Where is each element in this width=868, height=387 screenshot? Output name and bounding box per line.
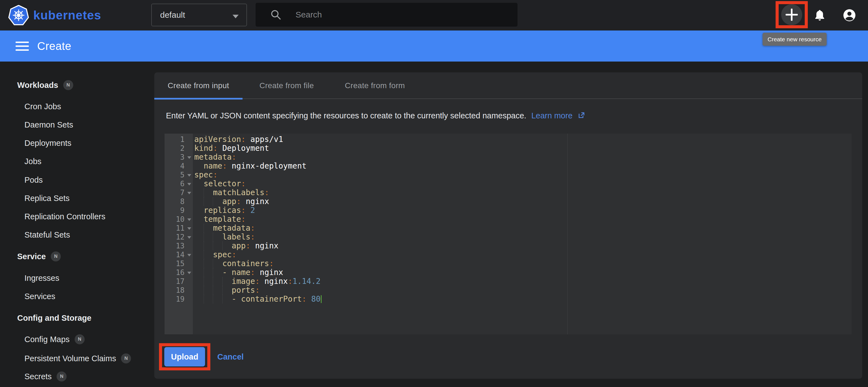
fold-arrow-icon[interactable] bbox=[187, 156, 191, 159]
sidebar-item-service[interactable]: ServiceN bbox=[17, 250, 61, 262]
line-number: 3 bbox=[164, 153, 193, 162]
code-line-13: 13 app: nginx bbox=[164, 242, 851, 250]
indent-guide bbox=[204, 233, 204, 242]
code-text: app: nginx bbox=[193, 197, 269, 206]
fold-arrow-icon[interactable] bbox=[187, 236, 191, 239]
sidebar-item-cron-jobs[interactable]: Cron Jobs bbox=[24, 100, 61, 112]
sidebar-item-ingresses[interactable]: Ingresses bbox=[24, 272, 59, 284]
search-input[interactable]: Search bbox=[255, 3, 518, 27]
code-text: template: bbox=[193, 215, 246, 224]
hamburger-icon bbox=[16, 42, 29, 43]
sidebar-item-daemon-sets[interactable]: Daemon Sets bbox=[24, 119, 73, 131]
code-line-18: 18 ports: bbox=[164, 286, 851, 295]
sidebar-item-stateful-sets[interactable]: Stateful Sets bbox=[24, 229, 70, 241]
line-number: 10 bbox=[164, 215, 193, 224]
fold-arrow-icon[interactable] bbox=[187, 218, 191, 221]
upload-button[interactable]: Upload bbox=[164, 347, 205, 366]
sidebar-item-label: Jobs bbox=[24, 157, 41, 166]
kubernetes-logo[interactable]: kubernetes bbox=[8, 0, 101, 31]
line-number: 17 bbox=[164, 277, 193, 286]
sidebar-item-label: Pods bbox=[24, 175, 43, 185]
code-text: spec: bbox=[193, 171, 218, 179]
learn-more-link[interactable]: Learn more bbox=[531, 111, 572, 120]
account-button[interactable] bbox=[842, 0, 857, 31]
code-text: labels: bbox=[193, 233, 255, 242]
fold-arrow-icon[interactable] bbox=[187, 254, 191, 256]
sidebar-item-deployments[interactable]: Deployments bbox=[24, 137, 71, 149]
code-text: - containerPort: 80 bbox=[193, 295, 321, 304]
code-text: containers: bbox=[193, 259, 274, 268]
code-line-9: 9 replicas: 2 bbox=[164, 206, 851, 215]
kubernetes-wheel-icon bbox=[8, 5, 29, 26]
line-number: 15 bbox=[164, 259, 193, 268]
sidebar-item-label: Replication Controllers bbox=[24, 212, 105, 221]
code-text: metadata: bbox=[193, 224, 255, 233]
cancel-button[interactable]: Cancel bbox=[217, 352, 244, 362]
sidebar-item-services[interactable]: Services bbox=[24, 290, 55, 303]
tab-bar: Create from inputCreate from fileCreate … bbox=[154, 72, 862, 99]
logo-wordmark: kubernetes bbox=[33, 8, 101, 22]
code-line-5: 5spec: bbox=[164, 171, 851, 179]
tab-create-from-file[interactable]: Create from file bbox=[243, 72, 331, 99]
tab-create-from-input[interactable]: Create from input bbox=[154, 72, 243, 99]
line-number: 2 bbox=[164, 144, 193, 153]
namespace-value: default bbox=[160, 10, 185, 20]
code-line-8: 8 app: nginx bbox=[164, 197, 851, 206]
indent-guide bbox=[204, 277, 204, 286]
indent-guide bbox=[204, 242, 204, 250]
code-line-15: 15 containers: bbox=[164, 259, 851, 268]
line-number: 12 bbox=[164, 233, 193, 242]
line-number: 5 bbox=[164, 171, 193, 179]
line-number: 14 bbox=[164, 250, 193, 259]
fold-arrow-icon[interactable] bbox=[187, 272, 191, 274]
code-text: replicas: 2 bbox=[193, 206, 255, 215]
sidebar-item-jobs[interactable]: Jobs bbox=[24, 155, 41, 168]
sidebar-item-replication-controllers[interactable]: Replication Controllers bbox=[24, 210, 105, 222]
editor-description: Enter YAML or JSON content specifying th… bbox=[166, 111, 585, 120]
code-text: metadata: bbox=[193, 153, 237, 162]
fold-arrow-icon[interactable] bbox=[187, 227, 191, 230]
sidebar-item-label: Replica Sets bbox=[24, 194, 70, 203]
namespace-selector[interactable]: default bbox=[151, 4, 247, 26]
code-text: image: nginx:1.14.2 bbox=[193, 277, 320, 286]
sidebar-item-config-and-storage[interactable]: Config and Storage bbox=[17, 312, 91, 324]
create-new-resource-button[interactable] bbox=[781, 4, 802, 25]
sidebar-item-label: Config Maps bbox=[24, 335, 70, 344]
code-text: name: nginx-deployment bbox=[193, 162, 307, 171]
namespaced-badge: N bbox=[75, 334, 85, 344]
search-placeholder: Search bbox=[296, 10, 322, 20]
code-text: spec: bbox=[193, 250, 237, 259]
indent-guide bbox=[204, 259, 204, 268]
indent-guide bbox=[204, 197, 204, 206]
fold-arrow-icon[interactable] bbox=[187, 183, 191, 185]
editor-lines: 1apiVersion: apps/v12kind: Deployment3me… bbox=[164, 135, 851, 304]
yaml-editor[interactable]: 1apiVersion: apps/v12kind: Deployment3me… bbox=[164, 134, 851, 334]
sidebar-item-label: Service bbox=[17, 252, 46, 261]
sidebar-item-config-maps[interactable]: Config MapsN bbox=[24, 333, 85, 345]
line-number: 18 bbox=[164, 286, 193, 295]
top-bar: kubernetes default Search bbox=[0, 0, 868, 31]
fold-arrow-icon[interactable] bbox=[187, 174, 191, 177]
notifications-button[interactable] bbox=[813, 0, 826, 31]
fold-arrow-icon[interactable] bbox=[187, 192, 191, 194]
tab-create-from-form[interactable]: Create from form bbox=[331, 72, 419, 99]
sidebar-item-label: Daemon Sets bbox=[24, 120, 73, 130]
code-text: app: nginx bbox=[193, 242, 278, 250]
sidebar-item-replica-sets[interactable]: Replica Sets bbox=[24, 192, 70, 204]
sidebar-item-persistent-volume-claims[interactable]: Persistent Volume ClaimsN bbox=[24, 352, 131, 364]
page-title: Create bbox=[37, 31, 71, 62]
sidebar-item-secrets[interactable]: SecretsN bbox=[24, 371, 67, 383]
sidebar: WorkloadsNCron JobsDaemon SetsDeployment… bbox=[0, 62, 154, 387]
content-card: Create from inputCreate from fileCreate … bbox=[154, 72, 862, 379]
code-text: apiVersion: apps/v1 bbox=[193, 135, 283, 144]
code-text: ports: bbox=[193, 286, 260, 295]
namespaced-badge: N bbox=[63, 80, 73, 90]
line-number: 6 bbox=[164, 179, 193, 188]
sidebar-item-label: Config and Storage bbox=[17, 314, 91, 323]
sidebar-item-pods[interactable]: Pods bbox=[24, 174, 43, 186]
code-line-17: 17 image: nginx:1.14.2 bbox=[164, 277, 851, 286]
sidebar-item-workloads[interactable]: WorkloadsN bbox=[17, 79, 73, 91]
chevron-down-icon bbox=[232, 15, 239, 18]
namespaced-badge: N bbox=[57, 372, 67, 382]
menu-button[interactable] bbox=[16, 42, 29, 51]
